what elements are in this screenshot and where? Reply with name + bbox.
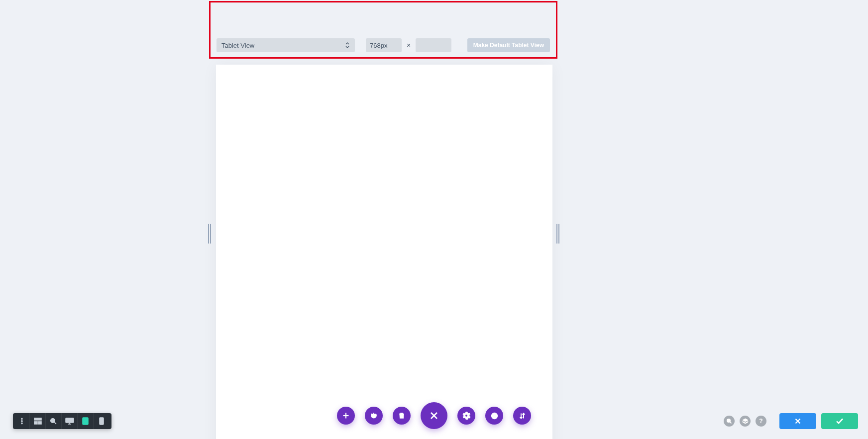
svg-point-0 [21,418,22,420]
more-vertical-icon[interactable] [14,413,30,429]
history-button[interactable] [485,407,503,425]
resize-handle-right[interactable] [556,224,560,244]
svg-line-7 [54,422,56,424]
settings-button[interactable] [457,407,475,425]
close-toolbar-button[interactable] [421,402,447,429]
wireframe-icon[interactable] [30,413,46,429]
responsive-bar-annotation: Tablet View × Make Default Tablet View [209,1,557,59]
power-button[interactable] [365,407,383,425]
trash-button[interactable] [393,407,411,425]
responsive-bar: Tablet View × Make Default Tablet View [217,38,550,52]
make-default-button[interactable]: Make Default Tablet View [467,38,550,52]
view-select-value: Tablet View [221,42,254,49]
discard-button[interactable] [779,413,816,429]
builder-canvas[interactable] [216,65,552,439]
question-mark-icon: ? [759,418,762,425]
right-actions: ? [724,413,858,429]
layers-mini-button[interactable] [740,416,751,427]
width-input[interactable] [366,38,402,52]
svg-point-14 [101,423,102,424]
view-toolbar [13,413,111,429]
dimensions-separator: × [407,41,411,49]
height-input[interactable] [416,38,451,52]
phone-icon[interactable] [94,413,109,429]
svg-rect-5 [38,422,41,424]
svg-point-20 [727,419,730,422]
desktop-icon[interactable] [62,413,78,429]
tablet-icon[interactable] [78,413,94,429]
sort-button[interactable] [513,407,531,425]
svg-point-6 [51,418,55,422]
search-mini-button[interactable] [724,416,735,427]
select-caret-icon [345,42,350,49]
svg-point-2 [21,423,22,424]
help-mini-button[interactable]: ? [756,416,766,427]
resize-handle-left[interactable] [208,224,212,244]
svg-point-12 [85,423,86,424]
add-button[interactable] [337,407,355,425]
builder-toolbar [337,402,531,429]
zoom-icon[interactable] [46,413,62,429]
save-button[interactable] [821,413,858,429]
svg-rect-8 [66,418,74,423]
svg-rect-3 [34,418,41,420]
dimensions-group: × [366,38,451,52]
view-select[interactable]: Tablet View [217,38,355,52]
svg-rect-4 [34,422,37,424]
svg-point-1 [21,421,22,422]
svg-line-21 [730,422,731,423]
